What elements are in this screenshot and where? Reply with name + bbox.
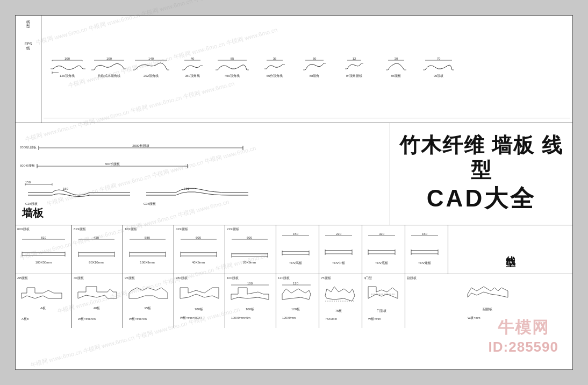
- svg-text:40X9mm: 40X9mm: [192, 261, 205, 264]
- cell-label-2-3: 95腰板: [125, 276, 135, 281]
- profile-svg-8: 12 94顶角腰线: [344, 58, 374, 79]
- svg-text:50: 50: [313, 57, 317, 60]
- panel-detail-2: 131 C38腰板: [144, 179, 251, 206]
- svg-text:120顶角线: 120顶角线: [60, 74, 75, 77]
- svg-text:131: 131: [184, 187, 190, 190]
- profile-item: 12 94顶角腰线: [340, 58, 377, 79]
- profile-svg-6: 36 66分顶角线: [262, 58, 292, 79]
- cell-drawing-3: 580 100X9mm: [127, 237, 170, 269]
- cell-1-4: 4X9腰板 600 40X9mm: [174, 225, 225, 274]
- profile-item: 70 96顶板: [421, 58, 459, 79]
- cell-drawing-4: 600 40X9mm: [178, 237, 221, 269]
- panel-row-2: 600长腰板 600长腰板: [20, 161, 385, 172]
- cell-1-7: 220 TOV中板: [319, 225, 362, 274]
- panel-svg-1: 2000长腰板: [39, 142, 243, 153]
- cell-2-6: 120腰板 120 120板 120X9mm: [276, 274, 319, 328]
- cell-2-1-svg: A板 A板B: [19, 282, 68, 325]
- svg-text:100X9mm: 100X9mm: [140, 261, 154, 264]
- middle-left: 2000长腰板 2000长腰板 600长腰板 600长腰板: [16, 123, 390, 225]
- cell-label: 4X9腰板: [176, 227, 188, 232]
- svg-text:95板: 95板: [145, 306, 152, 310]
- svg-text:100: 100: [64, 57, 70, 60]
- profile-item: 100 120顶角线: [48, 58, 87, 79]
- cell-1-2: 8X9腰板 430 80X10mm: [72, 225, 123, 274]
- panel-svg-2: 600长腰板: [37, 161, 188, 172]
- middle-section: 2000长腰板 2000长腰板 600长腰板 600长腰板: [16, 123, 572, 225]
- cell-2-5-svg: 100 100板 100X9mm×5m: [228, 282, 273, 325]
- svg-text:80X10mm: 80X10mm: [89, 261, 103, 264]
- profiles-area: 100 120顶角线 100: [41, 16, 572, 123]
- cell-1-9: 160 TOV矮板: [405, 225, 448, 274]
- bottom-section: 6X9腰板 810 100X50mm 8X9腰板 430: [16, 225, 572, 328]
- cell-2-2-svg: 40板 W板×mm 5m: [75, 282, 119, 325]
- svg-text:100X50mm: 100X50mm: [35, 261, 52, 264]
- profile-item: 30 96顶板: [381, 58, 418, 79]
- panel-row-3: 150 159 C28腰板 131 C38腰板: [20, 179, 385, 206]
- svg-text:100板: 100板: [246, 308, 254, 311]
- svg-text:75X9mm: 75X9mm: [325, 317, 337, 320]
- profile-item: 140 202顶角线: [132, 58, 170, 79]
- cell-1-3: 10X腰板 580 100X9mm: [123, 225, 174, 274]
- svg-text:A板: A板: [40, 306, 46, 310]
- svg-text:120板: 120板: [291, 308, 299, 311]
- svg-text:100: 100: [247, 282, 253, 285]
- main-container: 线型 EPS线 100: [15, 15, 573, 370]
- cell-2-7: 75腰板 75板 75X9mm: [319, 274, 362, 328]
- cell-drawing-1: 810 100X50mm: [19, 237, 68, 269]
- svg-text:600长腰板: 600长腰板: [105, 162, 120, 166]
- profile-svg-9: 30 96顶板: [385, 58, 414, 79]
- profile-item: 85 450顶角线: [214, 58, 255, 79]
- profiles-row-1: 100 120顶角线 100: [44, 20, 570, 118]
- svg-text:TOV底板: TOV底板: [375, 261, 388, 265]
- panel-label-1: 2000长腰板: [20, 145, 37, 150]
- svg-text:70: 70: [436, 57, 440, 60]
- cell-2-3: 95腰板 95板 W板×mm 5m: [123, 274, 174, 328]
- svg-text:TOV中板: TOV中板: [332, 261, 345, 265]
- cell-2-9: 副腰板 副腰板 W板×mm: [405, 274, 572, 328]
- main-title-line2: CAD大全: [427, 183, 536, 215]
- svg-text:150: 150: [292, 232, 298, 236]
- svg-text:320: 320: [378, 232, 384, 236]
- svg-text:C28腰板: C28腰板: [25, 202, 38, 205]
- title-block: 竹木纤维 墙板 线型 CAD大全: [390, 123, 572, 225]
- svg-text:96顶板: 96顶板: [433, 74, 443, 77]
- svg-text:W板×mm 5m: W板×mm 5m: [78, 317, 96, 320]
- linetype-label: 线型: [504, 248, 517, 251]
- cell-label: 6X9腰板: [17, 227, 30, 232]
- cell-2-8: 4门型 门型板 W板×mm: [362, 274, 405, 328]
- panel-detail-1: 150 159 C28腰板: [25, 179, 133, 206]
- bottom-row-1: 6X9腰板 810 100X50mm 8X9腰板 430: [16, 225, 572, 274]
- cell-label-2-2: 40腰板: [74, 276, 84, 281]
- cell-drawing-8: 320 TOV底板: [365, 233, 402, 270]
- svg-text:40板: 40板: [94, 306, 101, 310]
- panel-row-1: 2000长腰板 2000长腰板: [20, 142, 385, 153]
- svg-text:100: 100: [106, 57, 112, 60]
- svg-text:580: 580: [145, 236, 150, 239]
- profile-svg-10: 70 96顶板: [423, 58, 458, 79]
- cell-label-2-1: AB腰板: [17, 276, 28, 281]
- cell-2-6-svg: 120 120板 120X9mm: [279, 282, 316, 325]
- svg-text:W板×mm 5m: W板×mm 5m: [129, 317, 147, 320]
- cell-2-4-svg: 780板 W板×mm×5OX?: [177, 282, 221, 325]
- svg-text:85: 85: [231, 57, 234, 60]
- panel-label-2: 600长腰板: [20, 163, 35, 168]
- cell-label: 2X9腰板: [227, 227, 239, 232]
- left-labels: 线型 EPS线: [16, 16, 41, 123]
- cell-drawing-6: 150 TOV高板: [279, 233, 316, 270]
- svg-text:75板: 75板: [335, 309, 342, 312]
- cell-1-1: 6X9腰板 810 100X50mm: [16, 225, 72, 274]
- svg-text:TOV矮板: TOV矮板: [418, 261, 431, 265]
- svg-text:450顶角线: 450顶角线: [225, 74, 240, 77]
- svg-text:810: 810: [41, 236, 47, 239]
- main-title-line1: 竹木纤维 墙板 线型: [399, 133, 564, 182]
- cell-2-3-svg: 95板 W板×mm 5m: [126, 282, 170, 325]
- cell-2-1: AB腰板 A板 A板B: [16, 274, 72, 328]
- profile-svg-4: 40 350顶角线: [179, 58, 206, 79]
- svg-text:159: 159: [63, 187, 69, 190]
- svg-text:780板: 780板: [195, 308, 203, 311]
- cell-2-4: 780腰板 780板 W板×mm×5OX?: [174, 274, 225, 328]
- profile-svg-5: 85 450顶角线: [214, 58, 255, 79]
- cell-1-8: 320 TOV底板: [362, 225, 405, 274]
- cell-2-5: 100腰板 100 100板 100X9mm×5m: [225, 274, 276, 328]
- cell-label-2-9: 副腰板: [407, 276, 417, 281]
